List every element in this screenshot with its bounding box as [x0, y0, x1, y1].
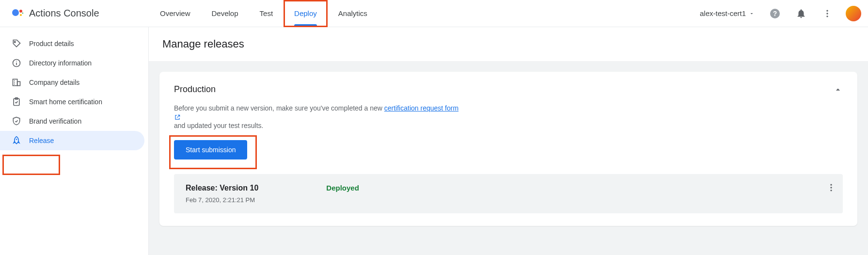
svg-point-12 — [16, 61, 17, 62]
certification-link[interactable]: certification request form — [384, 104, 458, 112]
chevron-down-icon — [749, 11, 755, 16]
sidebar-item-label: Product details — [29, 40, 74, 48]
sidebar-item-release[interactable]: Release — [0, 131, 144, 150]
company-icon — [12, 78, 21, 87]
sidebar: Product details Directory information Co… — [0, 27, 149, 255]
rocket-icon — [12, 136, 21, 145]
svg-rect-13 — [13, 79, 17, 85]
logo-section: Actions Console — [4, 8, 144, 19]
svg-point-21 — [830, 184, 832, 185]
tab-deploy[interactable]: Deploy — [284, 0, 328, 27]
external-link-icon — [174, 114, 843, 121]
content-area: Production Before you submit a new versi… — [149, 61, 868, 255]
release-title: Release: Version 10 — [186, 184, 258, 192]
header-right: alex-test-cert1 ? — [696, 4, 864, 23]
start-submission-wrap: Start submission — [174, 140, 247, 159]
svg-point-2 — [20, 14, 22, 16]
release-more-icon[interactable] — [826, 183, 836, 192]
help-icon[interactable]: ? — [765, 4, 785, 23]
page-title: Manage releases — [149, 27, 868, 61]
notifications-icon[interactable] — [791, 4, 811, 23]
main-tabs: Overview Develop Test Deploy Analytics — [149, 0, 378, 27]
chevron-up-icon[interactable] — [833, 85, 843, 95]
svg-point-6 — [826, 10, 828, 11]
sidebar-item-brand-verification[interactable]: Brand verification — [0, 112, 144, 131]
sidebar-item-product-details[interactable]: Product details — [0, 34, 144, 53]
svg-point-3 — [22, 12, 23, 13]
card-header: Production — [174, 84, 843, 95]
main-content: Manage releases Production Before you su… — [149, 27, 868, 255]
svg-point-7 — [826, 13, 828, 14]
release-date: Feb 7, 2020, 2:21:21 PM — [186, 196, 258, 204]
svg-point-20 — [16, 139, 17, 140]
svg-point-9 — [14, 41, 16, 43]
sidebar-item-company-details[interactable]: Company details — [0, 73, 144, 92]
info-icon — [12, 58, 21, 68]
sidebar-item-label: Directory information — [29, 59, 92, 67]
sidebar-item-label: Release — [29, 137, 54, 144]
svg-point-0 — [12, 9, 19, 16]
tab-test[interactable]: Test — [249, 0, 284, 27]
tab-analytics[interactable]: Analytics — [328, 0, 378, 27]
tab-overview[interactable]: Overview — [149, 0, 201, 27]
project-selector[interactable]: alex-test-cert1 — [696, 6, 758, 20]
release-status: Deployed — [326, 184, 359, 192]
svg-point-1 — [19, 10, 22, 13]
sidebar-item-smart-home-cert[interactable]: Smart home certification — [0, 92, 144, 112]
hint-before: Before you submit a new version, make su… — [174, 104, 384, 112]
tab-develop[interactable]: Develop — [201, 0, 249, 27]
clipboard-icon — [12, 97, 21, 107]
svg-point-22 — [830, 187, 832, 188]
tag-icon — [12, 39, 21, 48]
hint-after: and updated your test results. — [174, 122, 263, 129]
card-title: Production — [174, 84, 216, 95]
body-layout: Product details Directory information Co… — [0, 27, 868, 255]
top-header: Actions Console Overview Develop Test De… — [0, 0, 868, 27]
sidebar-item-directory-info[interactable]: Directory information — [0, 53, 144, 73]
svg-point-23 — [830, 190, 832, 191]
svg-point-8 — [826, 16, 828, 17]
svg-text:?: ? — [773, 10, 777, 17]
svg-rect-14 — [17, 81, 20, 85]
production-card: Production Before you submit a new versi… — [159, 72, 857, 226]
sidebar-item-label: Company details — [29, 79, 79, 86]
highlight-box — [2, 155, 60, 175]
project-name: alex-test-cert1 — [700, 9, 746, 17]
release-row[interactable]: Release: Version 10 Feb 7, 2020, 2:21:21… — [174, 174, 843, 213]
app-title: Actions Console — [29, 8, 99, 19]
assistant-logo-icon — [12, 8, 23, 19]
more-vert-icon[interactable] — [818, 4, 837, 23]
avatar[interactable] — [846, 6, 861, 21]
release-info: Release: Version 10 Feb 7, 2020, 2:21:21… — [186, 184, 258, 204]
sidebar-item-label: Smart home certification — [29, 98, 102, 106]
shield-icon — [12, 116, 21, 126]
hint-text: Before you submit a new version, make su… — [174, 103, 843, 131]
sidebar-item-label: Brand verification — [29, 117, 81, 125]
start-submission-button[interactable]: Start submission — [174, 140, 247, 159]
